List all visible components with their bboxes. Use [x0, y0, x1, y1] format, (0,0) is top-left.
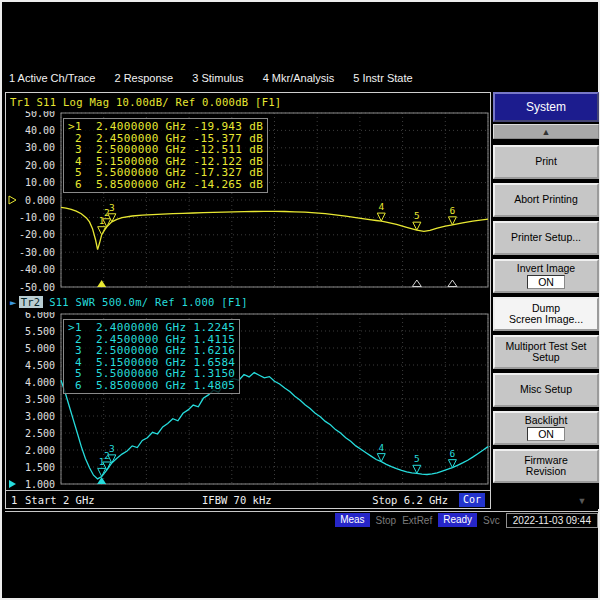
y-axis-tick-label: -10.00 — [19, 212, 55, 223]
softkey-dump-screen-image[interactable]: DumpScreen Image... — [493, 297, 599, 331]
menu-response[interactable]: 2 Response — [114, 72, 173, 84]
marker-row: 3 2.5000000 GHz -12.511 dB — [68, 144, 263, 156]
menu-instr-state[interactable]: 5 Instr State — [353, 72, 412, 84]
menu-bar: 1 Active Ch/Trace 2 Response 3 Stimulus … — [9, 72, 429, 88]
softkey-panel: System ▲ PrintAbort PrintingPrinter Setu… — [493, 92, 599, 509]
menu-active-ch-trace[interactable]: 1 Active Ch/Trace — [9, 72, 95, 84]
marker-stimulus-icon — [448, 280, 457, 287]
y-axis-tick-label: 30.00 — [25, 142, 55, 153]
marker-number-label: 3 — [109, 443, 115, 454]
trace1-params: S11 Log Mag 10.00dB/ Ref 0.000dB [F1] — [37, 96, 282, 108]
active-trace-pointer-icon: ► — [10, 296, 17, 308]
menu-stimulus[interactable]: 3 Stimulus — [192, 72, 243, 84]
softkey-multiport-test-set-setup[interactable]: Multiport Test SetSetup — [493, 335, 599, 369]
y-axis-tick-label: 3.500 — [25, 394, 55, 405]
softkey-list: PrintAbort PrintingPrinter Setup...Inver… — [493, 145, 599, 483]
softkey-label: Setup — [532, 352, 559, 364]
y-axis-tick-label: 5.500 — [25, 326, 55, 337]
y-axis-tick-label: 4.500 — [25, 360, 55, 371]
y-axis-tick-label: 0.000 — [25, 195, 55, 206]
up-arrow-icon: ▲ — [542, 127, 551, 137]
stop-frequency[interactable]: Stop 6.2 GHz — [372, 494, 448, 506]
y-axis-tick-label: 1.500 — [25, 462, 55, 473]
y-axis-tick-label: 2.500 — [25, 428, 55, 439]
marker-row: >1 2.4000000 GHz 1.2245 — [68, 322, 235, 334]
trace2-header[interactable]: ►Tr2 S11 SWR 500.0m/ Ref 1.000 [F1] — [10, 296, 248, 308]
softkey-label: Abort Printing — [514, 194, 578, 206]
softkey-label: Revision — [526, 466, 566, 478]
marker-row: 6 5.8500000 GHz -14.265 dB — [68, 179, 263, 191]
y-axis-tick-label: 4.000 — [25, 377, 55, 388]
active-marker-stimulus-icon — [97, 280, 106, 287]
y-axis-tick-label: -30.00 — [19, 247, 55, 258]
softkey-menu-title[interactable]: System — [493, 92, 599, 122]
trace2-marker-table: >1 2.4000000 GHz 1.2245 2 2.4500000 GHz … — [63, 319, 240, 394]
softkey-misc-setup[interactable]: Misc Setup — [493, 373, 599, 407]
softkey-label: Print — [535, 156, 557, 168]
softkey-label: Misc Setup — [520, 384, 572, 396]
y-axis-tick-label: 6.000 — [25, 312, 55, 320]
stimulus-bar: 1 Start 2 GHz IFBW 70 kHz Stop 6.2 GHz C… — [6, 490, 490, 509]
y-axis-tick-label: 5.000 — [25, 343, 55, 354]
marker-number-label: 5 — [414, 453, 420, 464]
extref-status-label: ExtRef — [402, 515, 432, 526]
display-area: Tr1 S11 Log Mag 10.00dB/ Ref 0.000dB [F1… — [5, 92, 491, 509]
softkey-backlight[interactable]: BacklightON — [493, 411, 599, 445]
marker-row: 5 5.5000000 GHz -17.327 dB — [68, 167, 263, 179]
marker-row: 6 5.8500000 GHz 1.4805 — [68, 380, 235, 392]
marker-triangle-icon — [413, 465, 421, 473]
softkey-printer-setup[interactable]: Printer Setup... — [493, 221, 599, 255]
marker-row: 3 2.5000000 GHz 1.6216 — [68, 345, 235, 357]
y-axis-tick-label: 1.000 — [25, 479, 55, 489]
start-frequency[interactable]: Start 2 GHz — [25, 494, 95, 506]
reference-level-pointer-icon — [9, 480, 16, 488]
trace1-header[interactable]: Tr1 S11 Log Mag 10.00dB/ Ref 0.000dB [F1… — [10, 96, 282, 108]
y-axis-tick-label: 10.00 — [25, 177, 55, 188]
trace1-label: Tr1 — [10, 96, 30, 108]
y-axis-tick-label: 40.00 — [25, 125, 55, 136]
softkey-scroll-down-button[interactable]: ▼ — [569, 494, 595, 507]
softkey-state-value: ON — [527, 427, 565, 441]
trace1-marker-table: >1 2.4000000 GHz -19.943 dB 2 2.4500000 … — [63, 118, 268, 193]
meas-status-badge: Meas — [335, 513, 369, 527]
ifbw-value[interactable]: IFBW 70 kHz — [202, 494, 272, 506]
down-arrow-icon: ▼ — [578, 496, 587, 506]
softkey-scroll-up-button[interactable]: ▲ — [493, 124, 599, 139]
marker-row: 5 5.5000000 GHz 1.3150 — [68, 368, 235, 380]
y-axis-tick-label: 50.00 — [25, 111, 55, 119]
marker-triangle-icon — [377, 213, 385, 221]
softkey-label: Invert Image — [517, 263, 575, 275]
softkey-label: Backlight — [525, 415, 568, 427]
trace2-params: S11 SWR 500.0m/ Ref 1.000 [F1] — [49, 296, 248, 308]
trace2-label: Tr2 — [19, 296, 43, 308]
y-axis-tick-label: -50.00 — [19, 282, 55, 292]
softkey-label: Printer Setup... — [511, 232, 581, 244]
marker-stimulus-icon — [412, 280, 421, 287]
softkey-abort-printing[interactable]: Abort Printing — [493, 183, 599, 217]
instrument-status-bar: Meas Stop ExtRef Ready Svc 2022-11-03 09… — [5, 511, 599, 528]
y-axis-tick-label: 2.000 — [25, 445, 55, 456]
correction-badge: Cor — [459, 493, 485, 507]
datetime-display: 2022-11-03 09:44 — [506, 513, 598, 528]
marker-number-label: 4 — [378, 201, 384, 212]
marker-number-label: 5 — [414, 210, 420, 221]
stop-status-label: Stop — [376, 515, 397, 526]
trace-level-pointer-icon — [489, 443, 490, 451]
softkey-state-value: ON — [527, 275, 565, 289]
channel-number: 1 — [11, 494, 17, 506]
vna-screen: 1 Active Ch/Trace 2 Response 3 Stimulus … — [0, 0, 600, 600]
softkey-firmware-revision[interactable]: FirmwareRevision — [493, 449, 599, 483]
softkey-invert-image[interactable]: Invert ImageON — [493, 259, 599, 293]
reference-level-pointer-icon — [9, 196, 16, 204]
marker-row: >1 2.4000000 GHz -19.943 dB — [68, 121, 263, 133]
softkey-print[interactable]: Print — [493, 145, 599, 179]
marker-number-label: 3 — [109, 202, 115, 213]
y-axis-tick-label: 20.00 — [25, 160, 55, 171]
y-axis-tick-label: -40.00 — [19, 264, 55, 275]
softkey-label: Screen Image... — [509, 314, 583, 326]
marker-number-label: 6 — [450, 205, 456, 216]
ready-status-badge: Ready — [438, 513, 477, 527]
y-axis-tick-label: -20.00 — [19, 229, 55, 240]
y-axis-tick-label: 3.000 — [25, 411, 55, 422]
menu-mkr-analysis[interactable]: 4 Mkr/Analysis — [263, 72, 335, 84]
